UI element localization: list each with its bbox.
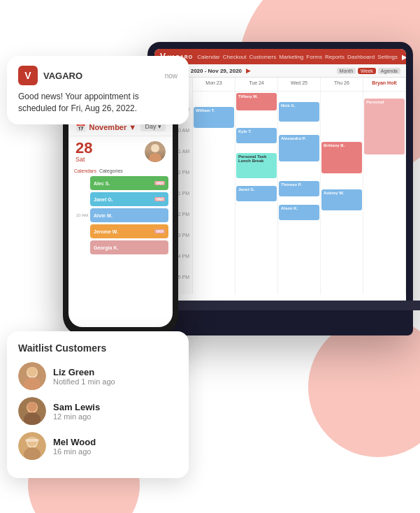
phone-date-info: 28 Sat: [75, 140, 92, 163]
calendar-grid: 9 AM 10 AM 11 AM 12 PM 1 PM 2 PM 3 PM 4 …: [154, 78, 406, 294]
cal-label: Calendars: [74, 168, 96, 173]
svg-point-1: [149, 153, 161, 162]
waitlist-item-sam: Sam Lewis 12 min ago: [18, 397, 178, 425]
avatar-sam-svg: [18, 397, 46, 425]
waitlist-status-sam: 12 min ago: [53, 412, 100, 421]
employee-label: Bryan Holt: [363, 80, 405, 85]
phone-date-number: 28: [75, 140, 92, 156]
waitlist-card: Waitlist Customers Liz Green Notified 1 …: [7, 331, 189, 478]
notification-card: V VAGARO now Good news! Your appointment…: [7, 56, 189, 124]
svg-rect-14: [25, 439, 39, 442]
phone-screen: 9:41 ▲ WiFi 🔋 📅 November ▼ Day ▾ 28 Sat: [68, 106, 173, 327]
phone-event-alec: Alec S. NNR: [73, 176, 168, 190]
agenda-btn[interactable]: Agenda: [378, 68, 400, 74]
nav-reports[interactable]: Reports: [325, 54, 345, 60]
svg-point-9: [27, 402, 37, 412]
avatar-liz-svg: [18, 362, 46, 390]
event-kyle[interactable]: Kyle T.: [236, 128, 277, 143]
nav-settings[interactable]: Settings: [377, 54, 398, 60]
event-bar-alvin[interactable]: Alvin M.: [90, 208, 168, 222]
waitlist-avatar-sam: [18, 397, 46, 425]
nav-checkout[interactable]: Checkout: [223, 54, 247, 60]
phone-event-alvin: 10 AM Alvin M.: [73, 208, 168, 222]
phone-device: 9:41 ▲ WiFi 🔋 📅 November ▼ Day ▾ 28 Sat: [63, 98, 178, 335]
waitlist-status-mel: 16 min ago: [53, 447, 96, 456]
day-col-tue: Tue 24 Tiffany M. Kyle T. Personal Task …: [236, 78, 278, 294]
phone-calendar-labels: Calendars Categories: [68, 167, 173, 175]
day-col-mon: Mon 23 William T.: [193, 78, 236, 294]
view-buttons: Month Week Agenda: [337, 68, 400, 74]
notif-header: V VAGARO now: [18, 66, 178, 85]
waitlist-name-mel: Mel Wood: [53, 437, 96, 447]
waitlist-item-liz: Liz Green Notified 1 min ago: [18, 362, 178, 390]
laptop-screen: V VAGARO Calendar Checkout Customers Mar…: [154, 49, 406, 301]
day-col-wed: Wed 25 Nick G. Alexandra P. Thomas P. Al…: [278, 78, 321, 294]
week-btn[interactable]: Week: [358, 68, 376, 74]
event-janet[interactable]: Janet G.: [236, 186, 277, 201]
event-time-3: 10 AM: [73, 213, 88, 217]
event-bar-janet[interactable]: Janet G. NNR: [90, 192, 168, 206]
cat-label: Categories: [99, 168, 123, 173]
brand-name: VAGARO: [43, 71, 82, 81]
vagaro-logo: V: [18, 66, 38, 85]
event-aubrey[interactable]: Aubrey W.: [321, 189, 362, 210]
nav-calendar[interactable]: Calendar: [197, 54, 219, 60]
phone-month-label: November ▼: [89, 123, 136, 131]
phone-event-jerome: Jerome W. NNR: [73, 224, 168, 238]
event-brittany[interactable]: Brittany B.: [321, 142, 362, 173]
waitlist-name-liz: Liz Green: [53, 367, 115, 377]
notif-message: Good news! Your appointment is scheduled…: [18, 91, 178, 115]
phone-events-list: Alec S. NNR Janet G. NNR 10 AM Alvin M. …: [68, 175, 173, 256]
waitlist-status-liz: Notified 1 min ago: [53, 377, 115, 386]
svg-point-0: [151, 144, 159, 152]
avatar-mel-svg: [18, 432, 46, 460]
event-bar-jerome[interactable]: Jerome W. NNR: [90, 224, 168, 238]
event-badge-janet: NNR: [154, 197, 165, 201]
calendar-day-columns: Mon 23 William T. Tue 24 Tiffany M. Kyle…: [193, 78, 406, 294]
day-header-tue: Tue 24: [236, 78, 277, 92]
nav-icons: ▶ ⏸ 🛒: [402, 53, 406, 61]
event-nick[interactable]: Nick G.: [279, 102, 319, 122]
waitlist-name-sam: Sam Lewis: [53, 402, 100, 412]
waitlist-avatar-liz: [18, 362, 46, 390]
event-personal-task[interactable]: Personal Task Lunch Break: [236, 153, 277, 178]
avatar-svg: [145, 141, 166, 162]
day-header-mon: Mon 23: [193, 78, 235, 92]
waitlist-info-liz: Liz Green Notified 1 min ago: [53, 367, 115, 386]
event-fri-personal[interactable]: Personal: [364, 99, 405, 154]
phone-date-day: Sat: [75, 156, 92, 163]
nav-marketing[interactable]: Marketing: [279, 54, 303, 60]
phone-avatar-silhouette: [145, 141, 166, 162]
waitlist-info-mel: Mel Wood 16 min ago: [53, 437, 96, 456]
notif-time: now: [165, 72, 178, 80]
event-bar-alec[interactable]: Alec S. NNR: [90, 176, 168, 190]
next-btn[interactable]: ▶: [246, 67, 251, 74]
phone-date-strip: 28 Sat: [68, 136, 173, 167]
day-header-fri: Bryan Holt: [363, 78, 405, 92]
waitlist-info-sam: Sam Lewis 12 min ago: [53, 402, 100, 421]
background-blob-right: [308, 317, 420, 457]
event-alson[interactable]: Alson K.: [279, 205, 319, 220]
day-col-fri: Bryan Holt Personal: [363, 78, 406, 294]
event-william[interactable]: William T.: [194, 107, 234, 128]
day-header-wed: Wed 25: [278, 78, 320, 92]
calendar-toolbar: ◀ Nov 23, 2020 - Nov 29, 2020 ▶ Month We…: [154, 64, 406, 78]
waitlist-avatar-mel: [18, 432, 46, 460]
nav-forms[interactable]: Forms: [306, 54, 322, 60]
waitlist-item-mel: Mel Wood 16 min ago: [18, 432, 178, 460]
svg-point-5: [27, 367, 37, 377]
event-badge-jerome: NNR: [154, 229, 165, 233]
event-tiffany[interactable]: Tiffany M.: [236, 93, 277, 110]
phone-event-janet: Janet G. NNR: [73, 192, 168, 206]
calendar-nav-items: Calendar Checkout Customers Marketing Fo…: [197, 54, 398, 60]
nav-customers[interactable]: Customers: [249, 54, 277, 60]
event-badge-alec: NNR: [154, 181, 165, 185]
event-thomas[interactable]: Thomas P.: [279, 181, 319, 196]
event-bar-georgia[interactable]: Georgia K.: [90, 240, 168, 254]
month-btn[interactable]: Month: [337, 68, 356, 74]
day-header-thu: Thu 26: [321, 78, 363, 92]
nav-dashboard[interactable]: Dashboard: [347, 54, 375, 60]
waitlist-title: Waitlist Customers: [18, 342, 178, 354]
event-alexandra[interactable]: Alexandra P.: [279, 135, 319, 161]
play-icon: ▶: [402, 53, 406, 61]
